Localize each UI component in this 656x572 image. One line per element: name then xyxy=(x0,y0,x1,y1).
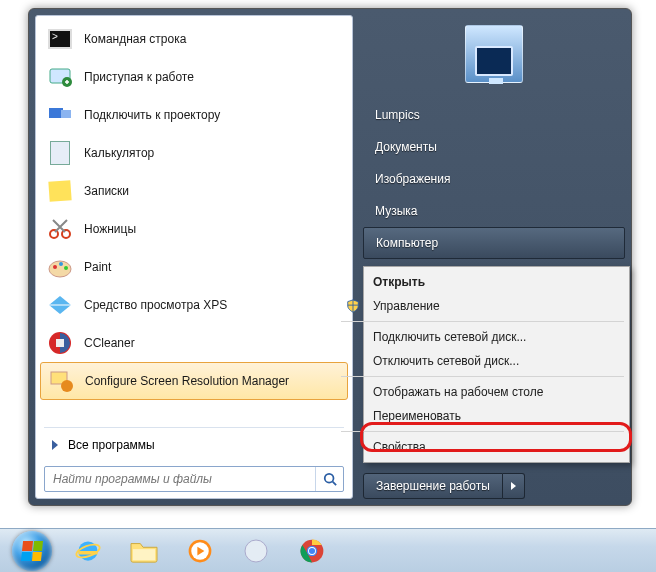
context-item-6[interactable]: Свойства xyxy=(339,435,626,459)
proj-icon xyxy=(46,101,74,129)
ie-icon xyxy=(74,537,102,565)
context-item-label: Управление xyxy=(373,299,440,313)
program-label: CCleaner xyxy=(84,336,135,350)
calc-icon xyxy=(46,139,74,167)
program-label: Записки xyxy=(84,184,129,198)
right-item-4[interactable]: Компьютер xyxy=(363,227,625,259)
context-separator xyxy=(341,376,624,377)
right-item-label: Компьютер xyxy=(376,236,438,250)
svg-rect-18 xyxy=(133,549,155,560)
conf-icon xyxy=(47,367,75,395)
program-item-paint[interactable]: Paint xyxy=(40,248,348,286)
svg-point-13 xyxy=(61,380,73,392)
program-item-cmd[interactable]: Командная строка xyxy=(40,20,348,58)
program-label: Калькулятор xyxy=(84,146,154,160)
taskbar xyxy=(0,528,656,572)
program-label: Приступая к работе xyxy=(84,70,194,84)
context-item-label: Открыть xyxy=(373,275,425,289)
circle-icon xyxy=(243,538,269,564)
program-item-start[interactable]: Приступая к работе xyxy=(40,58,348,96)
search-button[interactable] xyxy=(315,467,343,491)
right-item-2[interactable]: Изображения xyxy=(363,163,625,195)
cmd-icon xyxy=(46,25,74,53)
context-item-0[interactable]: Открыть xyxy=(339,270,626,294)
context-item-label: Отображать на рабочем столе xyxy=(373,385,543,399)
svg-point-9 xyxy=(64,266,68,270)
svg-line-15 xyxy=(332,482,336,486)
svg-rect-11 xyxy=(56,339,64,347)
taskbar-chrome[interactable] xyxy=(288,534,336,568)
computer-icon xyxy=(475,46,513,76)
media-player-icon xyxy=(186,537,214,565)
start-button[interactable] xyxy=(8,534,56,568)
program-label: Командная строка xyxy=(84,32,186,46)
context-separator xyxy=(341,431,624,432)
svg-point-14 xyxy=(324,474,333,483)
shield-icon xyxy=(345,298,361,314)
paint-icon xyxy=(46,253,74,281)
taskbar-media-player[interactable] xyxy=(176,534,224,568)
right-item-1[interactable]: Документы xyxy=(363,131,625,163)
all-programs-label: Все программы xyxy=(68,438,155,452)
notes-icon xyxy=(46,177,74,205)
start-icon xyxy=(46,63,74,91)
shutdown-button[interactable]: Завершение работы xyxy=(363,473,503,499)
separator xyxy=(44,427,344,428)
right-item-label: Документы xyxy=(375,140,437,154)
right-item-label: Изображения xyxy=(375,172,450,186)
context-item-1[interactable]: Управление xyxy=(339,294,626,318)
folder-icon xyxy=(129,538,159,564)
context-item-3[interactable]: Отключить сетевой диск... xyxy=(339,349,626,373)
right-item-3[interactable]: Музыка xyxy=(363,195,625,227)
taskbar-ie[interactable] xyxy=(64,534,112,568)
program-item-conf[interactable]: Configure Screen Resolution Manager xyxy=(40,362,348,400)
program-item-calc[interactable]: Калькулятор xyxy=(40,134,348,172)
context-item-label: Свойства xyxy=(373,440,426,454)
right-item-0[interactable]: Lumpics xyxy=(363,99,625,131)
context-separator xyxy=(341,321,624,322)
program-item-cc[interactable]: CCleaner xyxy=(40,324,348,362)
xps-icon xyxy=(46,291,74,319)
right-item-label: Музыка xyxy=(375,204,417,218)
search-icon xyxy=(323,472,337,486)
svg-point-25 xyxy=(309,547,315,553)
chrome-icon xyxy=(298,537,326,565)
shutdown-label: Завершение работы xyxy=(376,479,490,493)
program-label: Средство просмотра XPS xyxy=(84,298,227,312)
context-item-label: Переименовать xyxy=(373,409,461,423)
svg-rect-2 xyxy=(49,108,63,118)
program-label: Подключить к проектору xyxy=(84,108,220,122)
right-item-label: Lumpics xyxy=(375,108,420,122)
context-item-5[interactable]: Переименовать xyxy=(339,404,626,428)
program-list: Командная строкаПриступая к работеПодклю… xyxy=(40,20,348,425)
triangle-right-icon xyxy=(511,482,516,490)
context-item-2[interactable]: Подключить сетевой диск... xyxy=(339,325,626,349)
svg-rect-3 xyxy=(61,110,71,118)
program-item-xps[interactable]: Средство просмотра XPS xyxy=(40,286,348,324)
user-picture[interactable] xyxy=(465,25,523,83)
context-menu: ОткрытьУправлениеПодключить сетевой диск… xyxy=(363,266,630,463)
svg-point-8 xyxy=(59,262,63,266)
program-label: Ножницы xyxy=(84,222,136,236)
context-item-label: Подключить сетевой диск... xyxy=(373,330,526,344)
search-box[interactable] xyxy=(44,466,344,492)
taskbar-explorer[interactable] xyxy=(120,534,168,568)
snip-icon xyxy=(46,215,74,243)
windows-orb-icon xyxy=(12,531,52,571)
cc-icon xyxy=(46,329,74,357)
shutdown-options-button[interactable] xyxy=(503,473,525,499)
context-item-4[interactable]: Отображать на рабочем столе xyxy=(339,380,626,404)
program-label: Configure Screen Resolution Manager xyxy=(85,374,289,388)
svg-point-21 xyxy=(245,540,267,562)
program-item-snip[interactable]: Ножницы xyxy=(40,210,348,248)
program-label: Paint xyxy=(84,260,111,274)
shutdown-area: Завершение работы xyxy=(363,473,625,499)
program-item-notes[interactable]: Записки xyxy=(40,172,348,210)
program-item-proj[interactable]: Подключить к проектору xyxy=(40,96,348,134)
search-input[interactable] xyxy=(45,472,315,486)
taskbar-app-1[interactable] xyxy=(232,534,280,568)
search-area xyxy=(40,460,348,494)
context-item-label: Отключить сетевой диск... xyxy=(373,354,519,368)
all-programs[interactable]: Все программы xyxy=(40,430,348,460)
start-menu-left-pane: Командная строкаПриступая к работеПодклю… xyxy=(35,15,353,499)
